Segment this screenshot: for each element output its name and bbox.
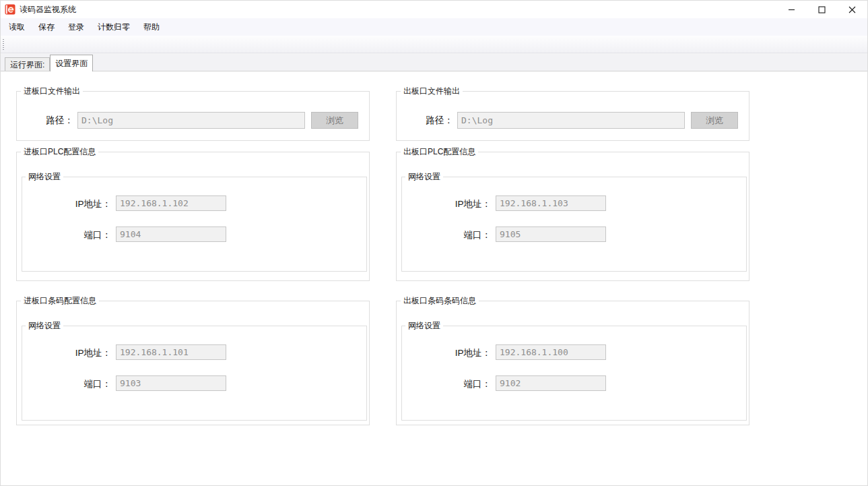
minimize-button[interactable] [776, 1, 807, 18]
groupbox-title: 网络设置 [26, 320, 63, 332]
port-label: 端口： [44, 229, 111, 241]
ip-label: IP地址： [44, 347, 111, 359]
groupbox-network-settings: 网络设置 [401, 177, 747, 272]
groupbox-outboard-file-output: 出板口文件输出 路径： 浏览 [396, 91, 749, 141]
close-icon [848, 6, 856, 13]
groupbox-network-settings: 网络设置 [22, 326, 367, 421]
inboard-plc-port-input[interactable] [116, 226, 226, 242]
ip-label: IP地址： [424, 347, 491, 359]
outboard-barcode-ip-input[interactable] [496, 344, 606, 360]
groupbox-inboard-barcode-config: 进板口条码配置信息 网络设置 IP地址： 端口： [16, 301, 370, 425]
close-button[interactable] [837, 1, 867, 18]
outboard-path-input[interactable] [457, 112, 685, 129]
settings-tab-page: 进板口文件输出 路径： 浏览 出板口文件输出 路径： 浏览 进板口PLC配置信息… [1, 71, 867, 486]
outboard-plc-ip-input[interactable] [496, 195, 606, 211]
groupbox-network-settings: 网络设置 [401, 326, 747, 421]
groupbox-title: 网络设置 [26, 171, 63, 183]
tab-run-interface[interactable]: 运行界面: [5, 57, 50, 71]
window-controls [776, 1, 867, 18]
groupbox-inboard-plc-config: 进板口PLC配置信息 网络设置 IP地址： 端口： [16, 152, 370, 281]
toolstrip-grip-icon[interactable] [3, 39, 4, 50]
groupbox-title: 出板口条码条码信息 [401, 295, 479, 307]
path-label: 路径： [30, 115, 73, 127]
maximize-button[interactable] [807, 1, 837, 18]
title-bar: 读码器监视系统 [1, 1, 867, 18]
tab-settings-interface[interactable]: 设置界面 [50, 55, 93, 71]
groupbox-title: 进板口PLC配置信息 [21, 146, 98, 158]
menu-bar: 读取 保存 登录 计数归零 帮助 [1, 18, 867, 36]
ip-label: IP地址： [44, 198, 111, 210]
minimize-icon [788, 6, 795, 13]
groupbox-title: 网络设置 [405, 320, 443, 332]
groupbox-title: 进板口条码配置信息 [21, 295, 99, 307]
app-window: 读码器监视系统 读取 保存 登录 计数归零 帮助 运行界面: 设置界面 [0, 0, 868, 486]
menu-item-help[interactable]: 帮助 [137, 18, 166, 36]
groupbox-title: 出板口文件输出 [401, 86, 463, 97]
groupbox-network-settings: 网络设置 [22, 177, 367, 272]
groupbox-title: 网络设置 [405, 171, 443, 183]
port-label: 端口： [44, 378, 111, 390]
groupbox-outboard-barcode-config: 出板口条码条码信息 网络设置 IP地址： 端口： [396, 301, 749, 425]
menu-item-reset-count[interactable]: 计数归零 [91, 18, 137, 36]
inboard-barcode-port-input[interactable] [116, 375, 226, 391]
menu-item-login[interactable]: 登录 [61, 18, 91, 36]
tab-bar: 运行界面: 设置界面 [1, 53, 867, 71]
port-label: 端口： [424, 229, 491, 241]
groupbox-inboard-file-output: 进板口文件输出 路径： 浏览 [16, 91, 370, 141]
port-label: 端口： [424, 378, 491, 390]
inboard-plc-ip-input[interactable] [116, 195, 226, 211]
outboard-plc-port-input[interactable] [496, 226, 606, 242]
menu-item-read[interactable]: 读取 [2, 18, 32, 36]
outboard-browse-button[interactable]: 浏览 [691, 112, 738, 129]
menu-item-save[interactable]: 保存 [32, 18, 61, 36]
groupbox-title: 出板口PLC配置信息 [401, 146, 478, 158]
path-label: 路径： [410, 115, 453, 127]
inboard-browse-button[interactable]: 浏览 [311, 112, 358, 129]
ip-label: IP地址： [424, 198, 491, 210]
app-logo-icon [5, 4, 15, 15]
groupbox-title: 进板口文件输出 [21, 86, 83, 97]
inboard-path-input[interactable] [77, 112, 305, 129]
tool-strip [1, 36, 867, 53]
outboard-barcode-port-input[interactable] [496, 375, 606, 391]
window-title: 读码器监视系统 [20, 1, 76, 18]
inboard-barcode-ip-input[interactable] [116, 344, 226, 360]
groupbox-outboard-plc-config: 出板口PLC配置信息 网络设置 IP地址： 端口： [396, 152, 749, 281]
maximize-icon [818, 6, 826, 13]
